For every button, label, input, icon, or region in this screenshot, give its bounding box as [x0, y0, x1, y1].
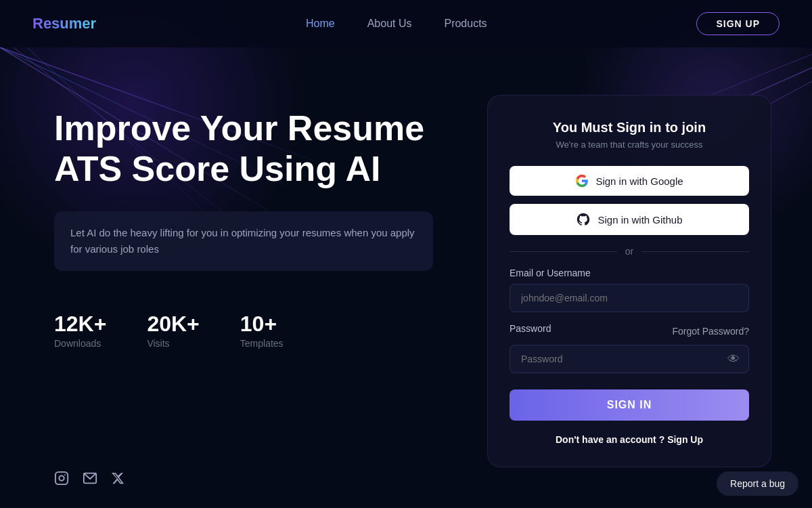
- twitter-x-icon[interactable]: [111, 471, 125, 488]
- stat-downloads-label: Downloads: [54, 338, 106, 349]
- nav-products[interactable]: Products: [444, 18, 487, 30]
- password-row: Password Forgot Password?: [510, 323, 749, 339]
- password-label: Password: [510, 323, 551, 334]
- navbar: Resumer Home About Us Products SIGN UP: [0, 0, 812, 47]
- stat-templates-label: Templates: [240, 338, 284, 349]
- toggle-password-icon[interactable]: 👁: [727, 352, 740, 366]
- login-card: You Must Sign in to join We're a team th…: [487, 95, 771, 467]
- signup-link[interactable]: Sign Up: [667, 434, 703, 445]
- stat-downloads: 12K+ Downloads: [54, 312, 106, 349]
- stat-downloads-number: 12K+: [54, 312, 106, 337]
- github-icon: [576, 212, 591, 227]
- login-subtitle: We're a team that crafts your success: [510, 140, 749, 150]
- stats-section: 12K+ Downloads 20K+ Visits 10+ Templates: [54, 312, 460, 349]
- signup-button[interactable]: SIGN UP: [696, 12, 780, 35]
- report-bug-button[interactable]: Report a bug: [717, 471, 798, 496]
- google-signin-button[interactable]: Sign in with Google: [510, 166, 749, 196]
- svg-rect-8: [55, 472, 68, 484]
- forgot-password-link[interactable]: Forgot Password?: [672, 326, 749, 337]
- svg-point-9: [59, 475, 64, 480]
- hero-subtitle: Let AI do the heavy lifting for you in o…: [70, 225, 417, 257]
- stat-visits-number: 20K+: [147, 312, 199, 337]
- nav-links: Home About Us Products: [306, 18, 487, 30]
- divider-line-right: [641, 251, 749, 252]
- login-title: You Must Sign in to join: [510, 120, 749, 135]
- hero-title: Improve Your Resume ATS Score Using AI: [54, 108, 460, 190]
- nav-home[interactable]: Home: [306, 18, 335, 30]
- stat-templates: 10+ Templates: [240, 312, 284, 349]
- main-content: Improve Your Resume ATS Score Using AI L…: [0, 47, 812, 508]
- or-divider: or: [510, 246, 749, 257]
- divider-line-left: [510, 251, 617, 252]
- github-signin-button[interactable]: Sign in with Github: [510, 204, 749, 235]
- stat-visits-label: Visits: [147, 338, 199, 349]
- google-icon: [575, 174, 589, 188]
- signup-prompt: Don't have an account ? Sign Up: [510, 434, 749, 445]
- password-input[interactable]: [510, 345, 749, 373]
- hero-subtitle-box: Let AI do the heavy lifting for you in o…: [54, 211, 433, 271]
- signin-button[interactable]: SIGN IN: [510, 389, 749, 421]
- social-icons: [54, 471, 125, 489]
- email-input[interactable]: [510, 284, 749, 312]
- hero-section: Improve Your Resume ATS Score Using AI L…: [54, 88, 460, 349]
- instagram-icon[interactable]: [54, 471, 69, 489]
- stat-templates-number: 10+: [240, 312, 284, 337]
- email-label: Email or Username: [510, 268, 749, 278]
- brand-logo: Resumer: [32, 15, 96, 33]
- password-wrap: 👁: [510, 345, 749, 373]
- svg-point-10: [64, 474, 66, 475]
- stat-visits: 20K+ Visits: [147, 312, 199, 349]
- nav-about[interactable]: About Us: [367, 18, 412, 30]
- mail-icon[interactable]: [83, 471, 97, 489]
